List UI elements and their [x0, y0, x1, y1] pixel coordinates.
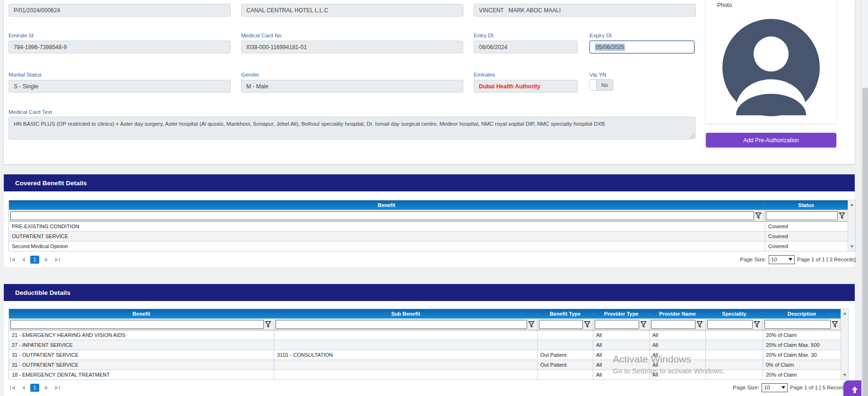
medical-card-no-field[interactable]: I038-000-116994181-01 [241, 41, 463, 53]
scroll-up-icon[interactable] [843, 312, 847, 315]
column-header-provider-type[interactable]: Provider Type [593, 309, 649, 319]
table-row[interactable]: 31 - OUTPATIENT SERVICE Out Patient All … [9, 360, 848, 370]
deductibles-header-row: Benefit Sub Benefit Benefit Type Provide… [9, 309, 848, 319]
policy-no-value: P/01/2024/000624 [14, 7, 60, 14]
last-page-button[interactable] [53, 256, 61, 263]
entry-dt-value: 06/06/2024 [479, 44, 507, 51]
member-name-field[interactable]: VINCENT MARK ABOC MAALI [474, 4, 696, 17]
column-header-benefit[interactable]: Benefit [9, 309, 274, 319]
scroll-up-icon[interactable] [850, 203, 854, 206]
emirate-id-field[interactable]: 784-1996-7398548-9 [9, 41, 231, 53]
page-size-label: Page Size: [740, 257, 766, 262]
benefit-type-filter-input[interactable] [539, 320, 583, 329]
filter-funnel-icon[interactable] [754, 212, 763, 219]
benefit-filter-input[interactable] [10, 320, 264, 329]
sub-benefit-cell [274, 360, 537, 370]
column-header-status[interactable]: Status [764, 200, 848, 210]
add-pre-authorization-button[interactable]: Add Pre-Authorization [706, 133, 836, 147]
page-size-select[interactable]: 10 [769, 255, 795, 264]
previous-page-button[interactable] [19, 384, 27, 391]
scroll-down-icon[interactable] [843, 374, 847, 377]
table-row[interactable]: 18 - EMERGENCY DENTAL TREATMENT All All … [9, 370, 848, 380]
vip-yn-label: Vip YN [590, 72, 606, 77]
page-number-button[interactable]: 1 [30, 384, 39, 392]
emirate-id-value: 784-1996-7398548-9 [14, 44, 67, 51]
page-size-select[interactable]: 10 [762, 383, 788, 392]
benefit-type-cell: Out Patient [537, 360, 593, 370]
description-cell: 0% of Claim [763, 360, 841, 370]
provider-type-cell: All [593, 330, 649, 340]
table-row[interactable]: 21 - EMERGENCY HEARING AND VISION AIDS A… [9, 330, 848, 340]
status-cell: Covered [765, 222, 849, 231]
column-header-provider-name[interactable]: Provider Name [649, 309, 705, 319]
filter-funnel-icon[interactable] [838, 212, 846, 219]
filter-funnel-icon[interactable] [753, 321, 761, 328]
first-page-button[interactable] [9, 256, 16, 263]
gender-field[interactable]: M - Male [241, 80, 463, 93]
speciality-cell [705, 360, 763, 370]
provider-type-cell: All [593, 350, 649, 360]
column-header-description[interactable]: Description [763, 309, 841, 319]
expiry-dt-field[interactable]: 05/06/2025 [590, 41, 694, 53]
status-cell: Covered [765, 232, 849, 241]
filter-funnel-icon[interactable] [527, 321, 536, 328]
speciality-filter-input[interactable] [707, 320, 753, 329]
filter-funnel-icon[interactable] [264, 321, 272, 328]
column-header-sub-benefit[interactable]: Sub Benefit [274, 309, 537, 319]
first-page-button[interactable] [9, 384, 16, 391]
vip-yn-toggle[interactable]: No [590, 79, 613, 91]
provider-type-filter-input[interactable] [595, 320, 639, 329]
column-header-benefit-type[interactable]: Benefit Type [537, 309, 593, 319]
resize-handle-icon[interactable] [689, 133, 694, 138]
policy-holder-field[interactable]: CANAL CENTRAL HOTEL L.L.C [241, 4, 463, 17]
marital-status-field[interactable]: S - Single [9, 80, 231, 93]
benefit-filter-input[interactable] [10, 211, 754, 220]
window-scrollbar[interactable] [861, 0, 868, 396]
table-row[interactable]: Second Medical Opinion Covered [9, 241, 855, 251]
entry-dt-label: Entry Dt [474, 33, 494, 38]
filter-funnel-icon[interactable] [639, 321, 648, 328]
benefit-cell: 21 - EMERGENCY HEARING AND VISION AIDS [9, 330, 274, 340]
description-filter-input[interactable] [764, 320, 831, 329]
sub-benefit-filter-input[interactable] [276, 320, 527, 329]
table-row[interactable]: PRE-EXISTING CONDITION Covered [9, 222, 855, 232]
entry-dt-field[interactable]: 06/06/2024 [474, 41, 578, 53]
benefit-cell: 27 - INPATIENT SERVICE [9, 340, 274, 350]
description-cell: 20% of Claim [763, 330, 841, 340]
last-page-button[interactable] [53, 384, 61, 391]
next-page-button[interactable] [43, 384, 50, 391]
filter-funnel-icon[interactable] [831, 321, 839, 328]
emirates-field[interactable]: Dubai Health Authority [474, 80, 578, 93]
provider-name-filter-input[interactable] [651, 320, 695, 329]
policy-no-field[interactable]: P/01/2024/000624 [9, 4, 231, 17]
member-details-page: P/01/2024/000624 CANAL CENTRAL HOTEL L.L… [0, 0, 868, 396]
table-scrollbar[interactable] [841, 309, 848, 379]
column-header-speciality[interactable]: Speciality [705, 309, 763, 319]
scroll-down-icon[interactable] [850, 245, 854, 248]
page-number-button[interactable]: 1 [30, 256, 39, 264]
deductibles-header: Deductible Details [4, 284, 855, 301]
scrollbar-thumb[interactable] [862, 88, 868, 396]
provider-name-cell: All [649, 330, 705, 340]
filter-funnel-icon[interactable] [583, 321, 591, 328]
next-page-button[interactable] [43, 256, 50, 263]
table-row[interactable]: 31 - OUTPATIENT SERVICE 3101 - CONSULTAT… [9, 350, 848, 360]
gender-value: M - Male [246, 83, 269, 90]
table-row[interactable]: OUTPATIENT SERVICE Covered [9, 232, 855, 241]
medical-card-text-area[interactable]: HN BASIC PLUS (OP restricted to clinics)… [9, 117, 695, 139]
filter-funnel-icon[interactable] [695, 321, 704, 328]
status-filter-input[interactable] [766, 211, 838, 220]
previous-page-button[interactable] [19, 256, 27, 263]
expiry-dt-value: 05/06/2025 [595, 43, 625, 51]
speciality-cell [705, 370, 763, 379]
deductibles-table: Benefit Sub Benefit Benefit Type Provide… [9, 309, 849, 380]
page-size-label: Page Size: [733, 385, 759, 390]
table-row[interactable]: 27 - INPATIENT SERVICE All All 20% of Cl… [9, 340, 848, 350]
covered-benefits-pagination: 1 Page Size: 10 Page 1 of 1 [ 3 Records] [9, 255, 856, 264]
toggle-state-label: No [597, 80, 613, 90]
column-header-benefit[interactable]: Benefit [9, 200, 764, 210]
avatar [722, 19, 820, 116]
table-scrollbar[interactable] [848, 200, 855, 251]
toggle-knob [590, 80, 597, 90]
provider-type-cell: All [593, 360, 649, 370]
